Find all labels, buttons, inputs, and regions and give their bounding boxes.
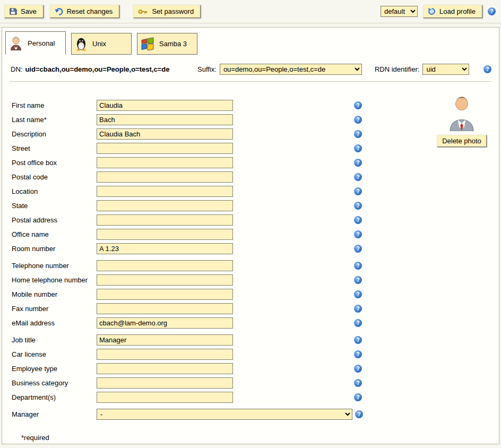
description-input[interactable] — [97, 128, 233, 140]
manager-select[interactable]: - — [97, 409, 352, 420]
dn-label: DN: — [11, 65, 22, 73]
help-icon[interactable]: ? — [488, 7, 496, 15]
delete-photo-button[interactable]: Delete photo — [437, 135, 487, 147]
postal-address-input[interactable] — [97, 214, 233, 226]
form-row: Office name? — [12, 227, 499, 242]
help-icon[interactable]: ? — [354, 130, 362, 138]
job-title-input[interactable] — [97, 334, 233, 346]
post-office-box-input[interactable] — [97, 157, 233, 168]
postal-code-label: Postal code — [12, 173, 97, 181]
form-row: Mobile number? — [12, 287, 499, 301]
help-icon[interactable]: ? — [354, 216, 362, 224]
room-number-label: Room number — [12, 245, 97, 253]
department-s-input[interactable] — [97, 392, 233, 403]
tab-samba3-label: Samba 3 — [159, 40, 187, 48]
field-group: Job title?Car license?Employee type?Busi… — [12, 333, 499, 404]
set-password-button[interactable]: Set password — [133, 5, 201, 18]
job-title-label: Job title — [12, 336, 97, 344]
help-icon[interactable]: ? — [354, 365, 362, 373]
refresh-icon — [428, 7, 436, 15]
load-profile-button[interactable]: Load profile — [423, 5, 482, 18]
user-photo — [447, 95, 477, 133]
form-row: Car license? — [12, 347, 499, 361]
tab-personal-label: Personal — [28, 39, 55, 47]
car-license-input[interactable] — [97, 349, 233, 360]
mobile-number-input[interactable] — [97, 289, 233, 300]
last-name-input[interactable] — [97, 114, 233, 125]
form-row: Street? — [12, 141, 499, 156]
form-row: eMail address? — [12, 316, 499, 330]
help-icon[interactable]: ? — [354, 276, 362, 284]
help-icon[interactable]: ? — [354, 290, 362, 298]
toolbar: Save Reset changes Set password default … — [0, 0, 501, 23]
fax-number-input[interactable] — [97, 303, 233, 314]
help-icon[interactable]: ? — [354, 262, 362, 270]
help-icon[interactable]: ? — [354, 379, 362, 387]
help-icon[interactable]: ? — [354, 245, 362, 253]
description-label: Description — [12, 130, 97, 138]
employee-type-label: Employee type — [12, 365, 97, 373]
help-icon[interactable]: ? — [354, 350, 362, 358]
save-button[interactable]: Save — [4, 5, 44, 18]
help-icon[interactable]: ? — [483, 65, 491, 73]
suffix-select[interactable]: ou=demo,ou=People,o=test,c=de — [220, 64, 362, 75]
mobile-number-label: Mobile number — [12, 290, 97, 298]
office-name-input[interactable] — [97, 229, 233, 240]
first-name-input[interactable] — [97, 100, 233, 111]
photo-area: Delete photo — [432, 95, 491, 147]
email-address-input[interactable] — [97, 317, 233, 329]
help-icon[interactable]: ? — [355, 410, 363, 418]
tab-bar: Personal Unix — [2, 28, 499, 55]
key-icon — [138, 8, 148, 15]
tab-samba3[interactable]: Samba 3 — [137, 33, 197, 55]
state-input[interactable] — [97, 200, 233, 211]
reset-changes-button[interactable]: Reset changes — [50, 5, 120, 18]
help-icon[interactable]: ? — [354, 305, 362, 313]
last-name-label: Last name* — [12, 116, 97, 124]
rdn-identifier-label: RDN identifier: — [375, 65, 420, 73]
save-button-label: Save — [21, 7, 37, 15]
employee-type-input[interactable] — [97, 363, 233, 374]
delete-photo-label: Delete photo — [442, 137, 481, 145]
help-icon[interactable]: ? — [354, 230, 362, 238]
form-row: Fax number? — [12, 301, 499, 316]
help-icon[interactable]: ? — [354, 173, 362, 181]
profile-select[interactable]: default — [381, 6, 418, 17]
email-address-label: eMail address — [12, 319, 97, 327]
location-input[interactable] — [97, 186, 233, 197]
save-icon — [9, 7, 17, 15]
help-icon[interactable]: ? — [354, 202, 362, 210]
postal-code-input[interactable] — [97, 171, 233, 183]
help-icon[interactable]: ? — [354, 144, 362, 152]
business-category-label: Business category — [12, 379, 97, 387]
dn-value: uid=cbach,ou=demo,ou=People,o=test,c=de — [25, 65, 169, 73]
home-telephone-number-label: Home telephone number — [12, 276, 97, 284]
form-row: First name? — [12, 98, 499, 113]
form-row: Room number? — [12, 242, 499, 256]
undo-icon — [55, 8, 63, 15]
form-row: Business category? — [12, 376, 499, 390]
reset-changes-label: Reset changes — [67, 7, 113, 15]
help-icon[interactable]: ? — [354, 116, 362, 124]
form-row: Job title? — [12, 333, 499, 347]
tab-unix-label: Unix — [92, 40, 106, 48]
tab-unix[interactable]: Unix — [71, 33, 132, 55]
tab-personal[interactable]: Personal — [5, 31, 66, 55]
help-icon[interactable]: ? — [354, 393, 362, 401]
help-icon[interactable]: ? — [354, 159, 362, 167]
home-telephone-number-input[interactable] — [97, 274, 233, 286]
help-icon[interactable]: ? — [354, 336, 362, 344]
manager-row: Manager - ? — [12, 407, 499, 421]
rdn-identifier-select[interactable]: uid — [422, 64, 469, 75]
postal-address-label: Postal address — [12, 216, 97, 224]
business-category-input[interactable] — [97, 377, 233, 389]
telephone-number-input[interactable] — [97, 260, 233, 271]
help-icon[interactable]: ? — [354, 101, 362, 109]
form-fields: First name?Last name*?Description?Street… — [12, 98, 499, 404]
street-input[interactable] — [97, 143, 233, 154]
help-icon[interactable]: ? — [354, 187, 362, 195]
street-label: Street — [12, 144, 97, 152]
manager-label: Manager — [12, 410, 97, 418]
room-number-input[interactable] — [97, 243, 233, 254]
help-icon[interactable]: ? — [354, 319, 362, 327]
